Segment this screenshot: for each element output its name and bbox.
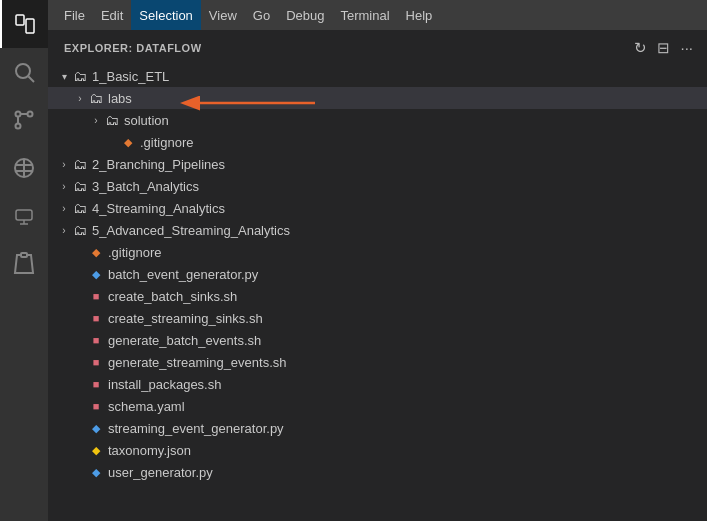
tree-item-batch_event[interactable]: ◆batch_event_generator.py — [48, 263, 707, 285]
svg-rect-0 — [16, 15, 24, 25]
activity-search[interactable] — [0, 48, 48, 96]
svg-point-5 — [28, 112, 33, 117]
svg-point-6 — [16, 124, 21, 129]
json-icon: ◆ — [88, 442, 104, 458]
svg-point-4 — [16, 112, 21, 117]
tree-item-2_branching[interactable]: ›🗂2_Branching_Pipelines — [48, 153, 707, 175]
explorer-title: EXPLORER: DATAFLOW — [64, 42, 202, 54]
tree-label-3_batch: 3_Batch_Analytics — [92, 179, 199, 194]
tree-item-3_batch[interactable]: ›🗂3_Batch_Analytics — [48, 175, 707, 197]
tree-item-gitignore1[interactable]: ◆.gitignore — [48, 131, 707, 153]
tree-label-taxonomy: taxonomy.json — [108, 443, 191, 458]
shell-icon: ■ — [88, 332, 104, 348]
shell-icon: ■ — [88, 288, 104, 304]
tree-label-labs: labs — [108, 91, 132, 106]
tree-label-schema: schema.yaml — [108, 399, 185, 414]
svg-point-2 — [16, 64, 30, 78]
activity-remote[interactable] — [0, 192, 48, 240]
python-icon: ◆ — [88, 420, 104, 436]
explorer-actions: ↻ ⊟ ··· — [632, 37, 695, 59]
menu-view[interactable]: View — [201, 0, 245, 30]
shell-icon: ■ — [88, 376, 104, 392]
tree-item-1_basic_etl[interactable]: ▾🗂1_Basic_ETL — [48, 65, 707, 87]
tree-item-install_pkg[interactable]: ■install_packages.sh — [48, 373, 707, 395]
menu-debug[interactable]: Debug — [278, 0, 332, 30]
tree-item-create_batch[interactable]: ■create_batch_sinks.sh — [48, 285, 707, 307]
shell-icon: ■ — [88, 310, 104, 326]
tree-label-1_basic_etl: 1_Basic_ETL — [92, 69, 169, 84]
refresh-icon[interactable]: ↻ — [632, 37, 649, 59]
folder-icon: 🗂 — [72, 222, 88, 238]
tree-label-batch_event: batch_event_generator.py — [108, 267, 258, 282]
python-icon: ◆ — [88, 266, 104, 282]
tree-label-4_streaming: 4_Streaming_Analytics — [92, 201, 225, 216]
file-tree: ▾🗂1_Basic_ETL›🗂labs›🗂solution◆.gitignore… — [48, 65, 707, 521]
menu-help[interactable]: Help — [398, 0, 441, 30]
explorer-header: EXPLORER: DATAFLOW ↻ ⊟ ··· — [48, 30, 707, 65]
tree-item-4_streaming[interactable]: ›🗂4_Streaming_Analytics — [48, 197, 707, 219]
tree-label-create_streaming: create_streaming_sinks.sh — [108, 311, 263, 326]
tree-item-solution[interactable]: ›🗂solution — [48, 109, 707, 131]
menubar: File Edit Selection View Go Debug Termin… — [48, 0, 707, 30]
tree-label-generate_batch: generate_batch_events.sh — [108, 333, 261, 348]
folder-icon: 🗂 — [104, 112, 120, 128]
gitignore-icon: ◆ — [120, 134, 136, 150]
folder-icon: 🗂 — [72, 68, 88, 84]
explorer-panel: EXPLORER: DATAFLOW ↻ ⊟ ··· ▾🗂1_Basic_ETL… — [48, 30, 707, 521]
tree-item-5_advanced[interactable]: ›🗂5_Advanced_Streaming_Analytics — [48, 219, 707, 241]
source-control-icon — [12, 108, 36, 132]
activity-bar — [0, 0, 48, 521]
tree-item-generate_streaming[interactable]: ■generate_streaming_events.sh — [48, 351, 707, 373]
folder-icon: 🗂 — [72, 200, 88, 216]
tree-label-install_pkg: install_packages.sh — [108, 377, 221, 392]
explorer-icon — [13, 12, 37, 36]
tree-label-gitignore2: .gitignore — [108, 245, 161, 260]
tree-label-2_branching: 2_Branching_Pipelines — [92, 157, 225, 172]
main-panel: File Edit Selection View Go Debug Termin… — [48, 0, 707, 521]
collapse-icon[interactable]: ⊟ — [655, 37, 672, 59]
svg-rect-1 — [26, 19, 34, 33]
menu-file[interactable]: File — [56, 0, 93, 30]
tree-item-labs[interactable]: ›🗂labs — [48, 87, 707, 109]
tree-label-user_gen: user_generator.py — [108, 465, 213, 480]
tree-label-gitignore1: .gitignore — [140, 135, 193, 150]
folder-icon: 🗂 — [72, 178, 88, 194]
folder-icon: 🗂 — [88, 90, 104, 106]
test-icon — [12, 252, 36, 276]
extensions-icon — [12, 156, 36, 180]
tree-item-schema[interactable]: ■schema.yaml — [48, 395, 707, 417]
activity-extensions[interactable] — [0, 144, 48, 192]
python-icon: ◆ — [88, 464, 104, 480]
gitignore-icon: ◆ — [88, 244, 104, 260]
tree-item-create_streaming[interactable]: ■create_streaming_sinks.sh — [48, 307, 707, 329]
svg-rect-9 — [16, 210, 32, 220]
tree-label-streaming_event: streaming_event_generator.py — [108, 421, 284, 436]
tree-item-gitignore2[interactable]: ◆.gitignore — [48, 241, 707, 263]
svg-rect-12 — [21, 253, 27, 257]
tree-item-generate_batch[interactable]: ■generate_batch_events.sh — [48, 329, 707, 351]
menu-terminal[interactable]: Terminal — [332, 0, 397, 30]
activity-source-control[interactable] — [0, 96, 48, 144]
remote-icon — [12, 204, 36, 228]
menu-go[interactable]: Go — [245, 0, 278, 30]
tree-label-create_batch: create_batch_sinks.sh — [108, 289, 237, 304]
svg-line-3 — [29, 77, 35, 83]
tree-item-taxonomy[interactable]: ◆taxonomy.json — [48, 439, 707, 461]
menu-edit[interactable]: Edit — [93, 0, 131, 30]
tree-label-generate_streaming: generate_streaming_events.sh — [108, 355, 287, 370]
activity-explorer[interactable] — [0, 0, 48, 48]
tree-label-solution: solution — [124, 113, 169, 128]
menu-selection[interactable]: Selection — [131, 0, 200, 30]
search-icon — [12, 60, 36, 84]
more-actions-icon[interactable]: ··· — [678, 37, 695, 58]
activity-test[interactable] — [0, 240, 48, 288]
tree-label-5_advanced: 5_Advanced_Streaming_Analytics — [92, 223, 290, 238]
shell-icon: ■ — [88, 354, 104, 370]
tree-item-user_gen[interactable]: ◆user_generator.py — [48, 461, 707, 483]
yaml-icon: ■ — [88, 398, 104, 414]
folder-icon: 🗂 — [72, 156, 88, 172]
tree-item-streaming_event[interactable]: ◆streaming_event_generator.py — [48, 417, 707, 439]
